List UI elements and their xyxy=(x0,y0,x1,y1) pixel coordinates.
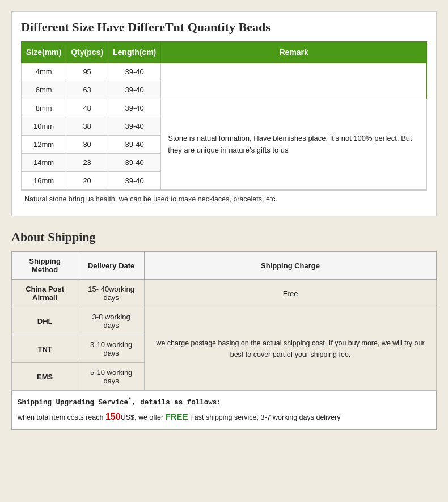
beads-section: Different Size Have DiffereTnt Quantity … xyxy=(11,11,437,216)
ship-method: EMS xyxy=(12,363,78,391)
cell-size: 6mm xyxy=(22,81,66,99)
ship-method: DHL xyxy=(12,307,78,335)
cell-size: 4mm xyxy=(22,63,66,81)
upgrade-title: Shipping Upgrading Service*, details as … xyxy=(18,395,430,409)
table-row: 6mm6339-40 xyxy=(22,81,427,99)
cell-qty: 95 xyxy=(66,63,108,81)
cell-length: 39-40 xyxy=(108,117,161,136)
ship-col-delivery: Delivery Date xyxy=(78,252,145,280)
ship-method: TNT xyxy=(12,335,78,363)
cell-size: 16mm xyxy=(22,172,66,190)
cell-qty: 20 xyxy=(66,172,108,190)
table-row: 8mm4839-40Stone is natual formation, Hav… xyxy=(22,99,427,117)
cell-qty: 63 xyxy=(66,81,108,99)
ship-delivery: 15- 40working days xyxy=(78,280,145,307)
cell-length: 39-40 xyxy=(108,81,161,99)
cell-length: 39-40 xyxy=(108,99,161,117)
col-qty: Qty(pcs) xyxy=(66,42,108,63)
table-row: China Post Airmail15- 40working daysFree xyxy=(12,280,437,307)
cell-qty: 30 xyxy=(66,136,108,154)
ship-col-method: Shipping Method xyxy=(12,252,78,280)
ship-charge-shared: we charge postage basing on the actual s… xyxy=(145,307,437,391)
ship-delivery: 3-10 working days xyxy=(78,335,145,363)
upgrade-desc: when total item costs reach 150US$, we o… xyxy=(18,409,430,424)
cell-size: 10mm xyxy=(22,117,66,136)
shipping-section: About Shipping Shipping Method Delivery … xyxy=(11,230,437,430)
upgrade-amount: 150 xyxy=(105,412,121,421)
remark-cell: Stone is natual formation, Have blemishe… xyxy=(161,99,427,190)
upgrade-box: Shipping Upgrading Service*, details as … xyxy=(11,391,437,430)
col-length: Length(cm) xyxy=(108,42,161,63)
col-remark: Remark xyxy=(161,42,427,63)
upgrade-currency: US$, we offer xyxy=(121,414,166,421)
cell-size: 8mm xyxy=(22,99,66,117)
cell-length: 39-40 xyxy=(108,172,161,190)
cell-size: 14mm xyxy=(22,154,66,172)
ship-charge-free: Free xyxy=(145,280,437,307)
ship-method: China Post Airmail xyxy=(12,280,78,307)
cell-size: 12mm xyxy=(22,136,66,154)
ship-col-charge: Shipping Charge xyxy=(145,252,437,280)
cell-length: 39-40 xyxy=(108,154,161,172)
cell-qty: 48 xyxy=(66,99,108,117)
table-row: DHL3-8 working dayswe charge postage bas… xyxy=(12,307,437,335)
upgrade-title-text: Shipping Upgrading Service*, details as … xyxy=(18,399,221,407)
beads-title: Different Size Have DiffereTnt Quantity … xyxy=(21,20,427,35)
beads-footer: Natural stone bring us health, we can be… xyxy=(21,190,427,208)
cell-length: 39-40 xyxy=(108,136,161,154)
upgrade-prefix: when total item costs reach xyxy=(18,414,105,421)
cell-length: 39-40 xyxy=(108,63,161,81)
ship-delivery: 3-8 working days xyxy=(78,307,145,335)
upgrade-rest: Fast shipping service, 3-7 working days … xyxy=(188,414,341,421)
cell-qty: 23 xyxy=(66,154,108,172)
beads-table: Size(mm) Qty(pcs) Length(cm) Remark 4mm9… xyxy=(21,41,427,190)
upgrade-offer: FREE xyxy=(166,412,188,421)
ship-delivery: 5-10 working days xyxy=(78,363,145,391)
shipping-title: About Shipping xyxy=(11,230,437,244)
cell-qty: 38 xyxy=(66,117,108,136)
shipping-table: Shipping Method Delivery Date Shipping C… xyxy=(11,251,437,391)
table-row: 4mm9539-40 xyxy=(22,63,427,81)
col-size: Size(mm) xyxy=(22,42,66,63)
